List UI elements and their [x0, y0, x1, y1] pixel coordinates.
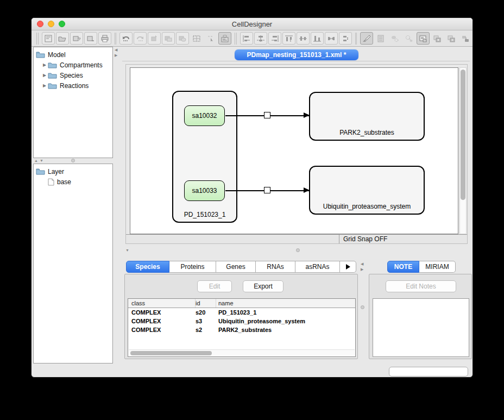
new-file-icon	[44, 35, 53, 42]
collapse-down-icon[interactable]: ▼	[40, 159, 43, 162]
save-as-button[interactable]	[84, 32, 97, 45]
tree-item-model[interactable]: Model	[36, 49, 112, 60]
sidebar-splitter[interactable]: ◀ ▶	[113, 47, 121, 363]
align-center-button[interactable]	[254, 32, 267, 45]
disclosure-triangle-icon[interactable]: ▶	[41, 83, 48, 88]
edit-button[interactable]: Edit	[197, 280, 232, 292]
tree-item-base[interactable]: base	[36, 177, 112, 187]
align-bottom-button[interactable]	[311, 32, 324, 45]
layer-edit-button[interactable]	[445, 32, 458, 45]
edit-notes-button[interactable]: Edit Notes	[386, 280, 456, 292]
tab-species[interactable]: Species	[126, 261, 169, 273]
collapse-right-icon[interactable]: ▶	[361, 267, 363, 271]
notes-toggle-button[interactable]	[218, 32, 231, 45]
title-bar: CellDesigner	[32, 18, 472, 30]
copy-button[interactable]	[148, 32, 161, 45]
align-center-icon	[256, 35, 265, 42]
toolbar-separator	[235, 33, 237, 45]
bottom-panels-splitter[interactable]: ◀ ▶	[358, 261, 369, 359]
complex-PARK2_substrates[interactable]: PARK2_substrates	[309, 92, 425, 141]
new-file-button[interactable]	[42, 32, 55, 45]
folder-icon	[48, 72, 57, 79]
disclosure-triangle-icon[interactable]: ▶	[41, 73, 48, 78]
tree-item-compartments[interactable]: ▶ Compartments	[36, 60, 112, 70]
column-header-name[interactable]: name	[216, 300, 355, 306]
process-node-icon[interactable]	[264, 112, 270, 118]
tree-item-layer[interactable]: Layer	[36, 166, 112, 177]
cell-id: s2	[196, 327, 216, 333]
pointer-button[interactable]	[204, 32, 217, 45]
tree-splitter[interactable]: ▲ ▼	[33, 158, 113, 164]
bottom-splitter[interactable]: ▼	[122, 247, 472, 254]
tab-rnas[interactable]: RNAs	[256, 261, 295, 273]
select-area-button[interactable]	[190, 32, 203, 45]
align-middle-button[interactable]	[297, 32, 310, 45]
tab-proteins[interactable]: Proteins	[169, 261, 216, 273]
list-button[interactable]	[374, 32, 387, 45]
align-top-button[interactable]	[282, 32, 295, 45]
process-node-icon[interactable]	[264, 187, 270, 193]
splitter-knob[interactable]	[71, 159, 75, 162]
layer-group-button[interactable]	[459, 32, 472, 45]
diagram-canvas[interactable]: PD_151023_1 sa10032 sa10033 PARK2_substr…	[130, 67, 458, 234]
collapse-down-icon[interactable]: ▼	[125, 248, 129, 252]
align-left-button[interactable]	[240, 32, 253, 45]
align-right-button[interactable]	[268, 32, 281, 45]
save-button[interactable]	[70, 32, 83, 45]
tab-asrnas[interactable]: asRNAs	[295, 261, 340, 273]
collapse-up-icon[interactable]: ▲	[34, 159, 38, 162]
table-row[interactable]: COMPLEX s20 PD_151023_1	[128, 308, 355, 317]
document-tab[interactable]: PDmap_nesting_151013_1.xml *	[235, 49, 358, 60]
paint-button[interactable]	[360, 32, 373, 45]
layer-add-button[interactable]	[431, 32, 444, 45]
redo-button[interactable]	[134, 32, 147, 45]
tree-item-reactions[interactable]: ▶ Reactions	[36, 80, 112, 91]
tab-genes[interactable]: Genes	[216, 261, 256, 273]
distribute-vertical-button[interactable]	[339, 32, 352, 45]
column-header-class[interactable]: class	[128, 299, 196, 308]
species-sa10033[interactable]: sa10033	[184, 180, 225, 201]
splitter-knob[interactable]	[361, 305, 364, 309]
cell-class: COMPLEX	[128, 327, 196, 333]
scrollbar-thumb[interactable]	[130, 351, 212, 355]
tree-item-species[interactable]: ▶ Species	[36, 70, 112, 80]
toolbar-separator	[355, 33, 357, 45]
table-row[interactable]: COMPLEX s2 PARK2_substrates	[128, 325, 355, 334]
tab-note[interactable]: NOTE	[387, 261, 419, 273]
canvas-vertical-scrollbar[interactable]	[459, 67, 467, 234]
tab-miriam[interactable]: MIRIAM	[419, 261, 456, 273]
export-button[interactable]: Export	[243, 280, 284, 292]
species-sa10032[interactable]: sa10032	[184, 105, 225, 126]
distribute-horizontal-button[interactable]	[325, 32, 338, 45]
table-row[interactable]: COMPLEX s3 Ubiquitin_proteasome_system	[128, 317, 355, 325]
print-button[interactable]	[98, 32, 111, 45]
align-top-icon	[285, 35, 293, 42]
collapse-left-icon[interactable]: ◀	[361, 262, 363, 266]
reaction-arrow-1[interactable]	[225, 112, 309, 119]
status-input-field[interactable]	[389, 367, 468, 377]
table-horizontal-scrollbar[interactable]	[129, 349, 355, 356]
highlight-species-button[interactable]	[388, 32, 401, 45]
tab-overflow-button[interactable]	[340, 261, 356, 273]
column-header-id[interactable]: id	[196, 299, 216, 308]
notes-content-area[interactable]	[373, 298, 469, 357]
collapse-left-icon[interactable]: ◀	[115, 48, 117, 52]
id-window-icon	[419, 35, 427, 42]
id-window-button[interactable]	[417, 32, 430, 45]
highlight-reaction-button[interactable]	[402, 32, 415, 45]
complex-Ubiquitin_proteasome_system[interactable]: Ubiquitin_proteasome_system	[309, 166, 425, 215]
collapse-right-icon[interactable]: ▶	[115, 53, 117, 57]
complex-label: PARK2_substrates	[310, 129, 424, 136]
undo-button[interactable]	[119, 32, 133, 45]
splitter-knob[interactable]	[296, 248, 300, 252]
reaction-arrow-2[interactable]	[225, 187, 309, 194]
paste-button[interactable]	[162, 32, 175, 45]
scrollbar-thumb[interactable]	[461, 70, 465, 200]
tree-item-label: Layer	[48, 168, 64, 175]
species-table[interactable]: class id name COMPLEX s20 PD_151023_1 CO…	[128, 298, 356, 357]
layer-add-icon	[433, 35, 442, 42]
duplicate-button[interactable]	[176, 32, 189, 45]
open-button[interactable]	[56, 32, 69, 45]
model-tree-panel: Model ▶ Compartments ▶ Species ▶ Reactio…	[33, 47, 113, 158]
disclosure-triangle-icon[interactable]: ▶	[41, 62, 48, 67]
